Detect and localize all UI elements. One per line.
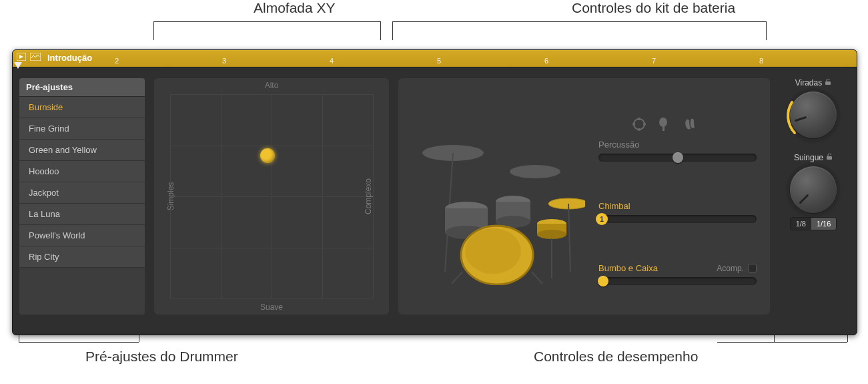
svg-marker-1 — [19, 55, 23, 59]
preset-item-fine-grind[interactable]: Fine Grind — [19, 118, 145, 140]
svg-point-26 — [643, 123, 646, 126]
preset-item-rip-city[interactable]: Rip City — [19, 246, 145, 268]
svg-point-25 — [632, 123, 635, 126]
playhead[interactable] — [14, 62, 22, 69]
kicksnare-label: Bumbo e Caixa Acomp. — [598, 263, 757, 273]
shaker-icon[interactable] — [657, 117, 672, 134]
xy-pad[interactable]: Alto Suave Simples Complexo — [154, 78, 389, 315]
svg-rect-33 — [827, 156, 832, 160]
presets-panel: Pré-ajustes Burnside Fine Grind Green an… — [19, 78, 145, 315]
tambourine-icon[interactable] — [632, 117, 646, 134]
hihat-label: Chimbal — [598, 201, 757, 211]
preset-item-hoodoo[interactable]: Hoodoo — [19, 161, 145, 182]
ann-line — [153, 21, 154, 40]
bar-number: 4 — [330, 57, 334, 65]
xy-label-complex: Complexo — [364, 178, 373, 214]
xy-label-simple: Simples — [166, 182, 175, 211]
swing-knob[interactable] — [790, 166, 837, 213]
ann-line — [717, 342, 847, 343]
bar-number: 6 — [544, 57, 548, 65]
hihat-pattern-pip[interactable]: 1 — [596, 213, 608, 225]
bar-number: 5 — [437, 57, 441, 65]
hihat-slider[interactable]: 1 — [598, 215, 757, 223]
performance-panel: Viradas Suingue 1/8 1/16 — [779, 78, 847, 315]
percussion-slider[interactable] — [598, 154, 757, 162]
follow-checkbox[interactable] — [748, 264, 757, 272]
bar-number: 3 — [222, 57, 226, 65]
preset-item-la-luna[interactable]: La Luna — [19, 204, 145, 225]
preset-item-green-and-yellow[interactable]: Green and Yellow — [19, 140, 145, 161]
loop-region-icon[interactable] — [30, 53, 41, 63]
bar-number: 7 — [652, 57, 656, 65]
xy-label-soft: Suave — [260, 303, 283, 312]
swing-opt-eighth[interactable]: 1/8 — [791, 218, 811, 230]
ann-line — [766, 21, 767, 40]
drum-kit-panel: Percussão Chimbal 1 Bumbo e Caixa A — [398, 78, 770, 315]
play-region-icon[interactable] — [17, 53, 26, 63]
ann-line — [19, 342, 139, 343]
ann-line — [392, 21, 766, 22]
drum-kit-graphic[interactable] — [412, 91, 585, 305]
kicksnare-slider[interactable] — [598, 277, 757, 285]
follow-label: Acomp. — [717, 264, 744, 273]
svg-point-6 — [548, 198, 585, 209]
percussion-label: Percussão — [598, 140, 757, 150]
annotation-xy-pad: Almofada XY — [254, 0, 336, 16]
svg-rect-30 — [663, 126, 665, 131]
svg-rect-31 — [825, 81, 831, 85]
kicksnare-label-text: Bumbo e Caixa — [598, 263, 658, 273]
svg-point-17 — [537, 230, 566, 239]
kicksnare-slider-thumb[interactable] — [598, 276, 608, 286]
swing-opt-sixteenth[interactable]: 1/16 — [811, 218, 836, 230]
swing-resolution-toggle[interactable]: 1/8 1/16 — [790, 217, 837, 230]
drummer-editor-window: Introdução 2 3 4 5 6 7 8 Pré-ajustes Bur… — [12, 49, 857, 335]
fills-knob[interactable] — [790, 91, 837, 138]
preset-item-powells-world[interactable]: Powell's World — [19, 225, 145, 246]
annotation-presets: Pré-ajustes do Drummer — [85, 349, 238, 365]
svg-point-5 — [510, 165, 560, 178]
xy-puck[interactable] — [260, 148, 275, 163]
ann-line — [153, 21, 380, 22]
presets-header: Pré-ajustes — [19, 78, 145, 97]
region-name: Introdução — [47, 53, 92, 63]
swing-label: Suingue — [794, 153, 833, 162]
ann-line — [392, 21, 393, 40]
svg-marker-3 — [14, 62, 22, 69]
svg-point-27 — [638, 118, 640, 120]
svg-line-8 — [568, 204, 570, 272]
preset-item-jackpot[interactable]: Jackpot — [19, 182, 145, 204]
svg-line-22 — [532, 272, 542, 284]
svg-point-20 — [465, 228, 521, 274]
fills-label: Viradas — [795, 78, 831, 87]
ann-line — [380, 21, 381, 40]
xy-label-loud: Alto — [265, 81, 279, 90]
annotation-performance: Controles de desempenho — [534, 349, 698, 365]
svg-point-29 — [659, 118, 667, 127]
percussion-slider-thumb[interactable] — [673, 152, 683, 163]
bar-number: 8 — [759, 57, 763, 65]
lock-icon[interactable] — [825, 78, 831, 87]
preset-empty-row — [19, 268, 145, 315]
svg-line-21 — [452, 272, 462, 284]
svg-point-24 — [634, 119, 644, 130]
svg-point-28 — [638, 128, 640, 131]
preset-item-burnside[interactable]: Burnside — [19, 97, 145, 118]
bar-number: 2 — [115, 57, 119, 65]
svg-point-34 — [788, 164, 839, 215]
clap-icon[interactable] — [683, 117, 697, 134]
annotation-kit-controls: Controles do kit de bateria — [572, 0, 735, 16]
lock-icon[interactable] — [826, 153, 833, 162]
timeline-ruler[interactable]: Introdução 2 3 4 5 6 7 8 — [13, 50, 857, 67]
